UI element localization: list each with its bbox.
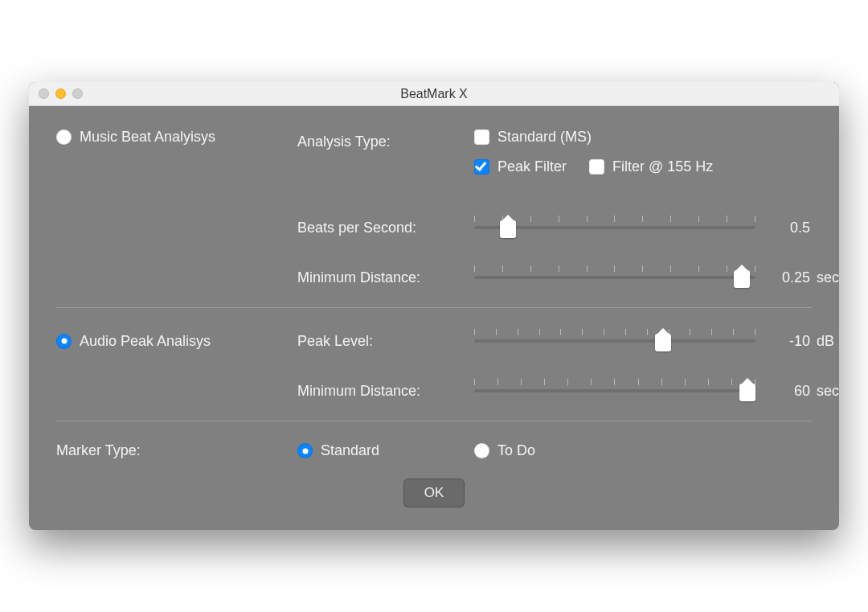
mindist2-unit: secs [817, 383, 839, 400]
bps-value: 0.5 [770, 220, 810, 236]
bps-slider[interactable] [474, 216, 755, 240]
content: Music Beat Analyisys Analysis Type: Stan… [29, 106, 839, 530]
separator-2 [56, 421, 812, 421]
ok-button[interactable]: OK [403, 479, 465, 507]
marker-type-label: Marker Type: [56, 442, 141, 459]
mindist2-slider[interactable] [474, 379, 755, 403]
mindist1-unit: secs [817, 269, 839, 286]
window-title: BeatMark X [29, 87, 839, 101]
mindist2-label: Minimum Distance: [297, 383, 420, 399]
separator [56, 307, 812, 308]
music-beat-radio[interactable] [56, 129, 72, 145]
peak-filter-checkbox[interactable] [474, 159, 489, 175]
mindist1-slider[interactable] [474, 265, 755, 290]
marker-standard-radio[interactable] [297, 443, 313, 458]
analysis-type-label: Analysis Type: [297, 133, 391, 150]
audio-peak-label: Audio Peak Analisys [80, 333, 211, 350]
marker-standard-label: Standard [321, 442, 379, 459]
bps-label: Beats per Second: [297, 220, 416, 236]
filter-155-label: Filter @ 155 Hz [612, 158, 713, 175]
peak-level-unit: dB [817, 333, 839, 350]
peak-level-label: Peak Level: [297, 333, 373, 349]
mindist1-value: 0.25 [770, 269, 810, 286]
peak-filter-label: Peak Filter [497, 158, 567, 175]
peak-level-slider[interactable] [474, 329, 755, 353]
standard-ms-checkbox[interactable] [474, 129, 489, 145]
peak-level-value: -10 [770, 333, 810, 350]
mindist2-value: 60 [770, 383, 810, 400]
marker-todo-radio[interactable] [474, 443, 489, 458]
standard-ms-label: Standard (MS) [497, 129, 592, 146]
mindist1-label: Minimum Distance: [297, 269, 420, 285]
music-beat-label: Music Beat Analyisys [80, 129, 215, 146]
filter-155-checkbox[interactable] [589, 159, 604, 175]
marker-todo-label: To Do [497, 442, 535, 459]
audio-peak-radio[interactable] [56, 334, 72, 349]
settings-window: BeatMark X Music Beat Analyisys Analysis… [29, 82, 839, 530]
titlebar: BeatMark X [29, 82, 839, 106]
